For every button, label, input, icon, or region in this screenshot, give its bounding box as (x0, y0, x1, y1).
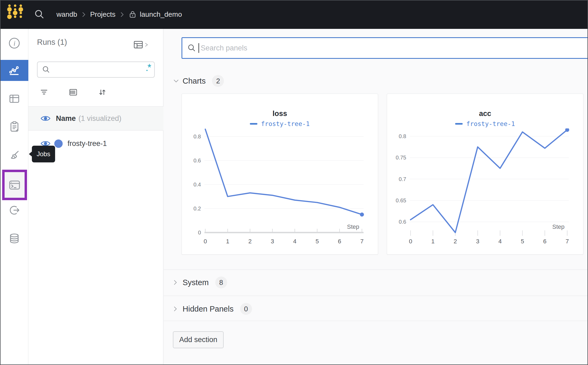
chart-panel-acc[interactable]: acc frosty-tree-1 0.60.650.70.750.801234… (387, 94, 583, 255)
svg-text:4: 4 (498, 238, 502, 245)
database-icon (8, 233, 21, 245)
runs-panel-title: Runs (1) (37, 38, 67, 47)
chart-legend: frosty-tree-1 (455, 120, 515, 127)
top-navigation-bar: wandb Projects launch_demo (0, 0, 588, 29)
acc-plot: 0.60.650.70.750.801234567Step (387, 128, 583, 254)
svg-text:Step: Step (552, 223, 565, 230)
runs-search-box: .* (37, 62, 155, 78)
sidebar-item-runs-table[interactable] (0, 88, 28, 109)
chart-title: loss (273, 109, 287, 118)
svg-text:0: 0 (198, 230, 201, 236)
chevron-down-icon[interactable] (173, 79, 180, 83)
svg-text:6: 6 (338, 238, 341, 245)
add-section-button[interactable]: Add section (173, 331, 224, 348)
svg-text:0.2: 0.2 (193, 206, 201, 212)
chart-panel-loss[interactable]: loss frosty-tree-1 00.20.40.60.801234567… (182, 94, 378, 255)
run-name[interactable]: frosty-tree-1 (68, 139, 107, 148)
panel-search-box (182, 37, 588, 59)
svg-text:4: 4 (293, 238, 296, 245)
section-label: Hidden Panels (183, 305, 234, 313)
chevron-right-icon (120, 12, 124, 18)
lock-icon (129, 11, 137, 19)
runs-toolbar (39, 88, 142, 97)
run-color-dot[interactable] (54, 139, 63, 148)
info-icon: i (8, 37, 21, 49)
list-columns-icon[interactable] (68, 88, 78, 97)
svg-text:0.4: 0.4 (193, 182, 201, 187)
sidebar-item-artifacts[interactable] (0, 228, 28, 249)
sidebar-item-workspace[interactable] (0, 60, 28, 81)
runs-search-input[interactable] (54, 62, 146, 77)
svg-text:0.65: 0.65 (396, 197, 406, 203)
legend-dash-icon (250, 123, 257, 125)
terminal-jobs-icon (8, 179, 21, 192)
svg-text:3: 3 (271, 238, 274, 245)
svg-text:6: 6 (543, 238, 546, 245)
section-header-charts[interactable]: Charts 2 (173, 74, 224, 88)
sidebar-item-overview[interactable]: i (0, 33, 28, 54)
regex-toggle-icon[interactable]: .* (146, 65, 150, 74)
table-panels-icon (8, 93, 21, 105)
sidebar-item-jobs[interactable] (2, 170, 27, 200)
line-chart-icon (8, 64, 21, 77)
breadcrumb-projects[interactable]: Projects (90, 10, 116, 19)
breadcrumb-project-name[interactable]: launch_demo (140, 10, 182, 19)
runs-table-header-row[interactable]: Name (1 visualized) (28, 107, 163, 131)
breadcrumb: wandb Projects launch_demo (56, 0, 182, 29)
chart-legend: frosty-tree-1 (250, 120, 310, 127)
svg-text:3: 3 (476, 238, 479, 245)
wandb-logo[interactable] (5, 4, 25, 25)
svg-text:2: 2 (248, 238, 252, 245)
svg-text:1: 1 (431, 238, 435, 245)
svg-text:0.8: 0.8 (193, 134, 201, 139)
svg-text:5: 5 (315, 238, 319, 245)
sidebar-item-reports[interactable] (0, 116, 28, 137)
svg-text:7: 7 (566, 238, 569, 245)
runs-column-name: Name (56, 114, 76, 123)
chevron-right-icon (82, 12, 85, 18)
svg-text:Step: Step (347, 223, 359, 230)
divider (164, 270, 588, 270)
chevron-right-icon (145, 42, 148, 48)
runs-visualized-note: (1 visualized) (79, 114, 122, 123)
filter-icon[interactable] (39, 88, 49, 97)
expand-runs-table-button[interactable] (133, 40, 148, 50)
svg-text:5: 5 (521, 238, 524, 245)
runs-panel: Runs (1) .* (28, 29, 163, 365)
eye-visibility-icon[interactable] (41, 115, 51, 122)
project-sidebar: i (0, 29, 28, 365)
svg-text:0: 0 (204, 238, 207, 245)
search-icon (42, 65, 51, 74)
section-header-hidden-panels[interactable]: Hidden Panels 0 (173, 302, 252, 316)
section-count-badge: 2 (212, 75, 224, 87)
redo-arrow-icon (8, 204, 21, 217)
svg-text:0.6: 0.6 (399, 219, 406, 225)
breadcrumb-team[interactable]: wandb (56, 10, 77, 19)
svg-text:0.8: 0.8 (399, 133, 406, 139)
sidebar-item-sweeps[interactable] (0, 145, 28, 166)
workspace-main: Charts 2 loss frosty-tree-1 00.20.40.60.… (164, 29, 588, 365)
section-label: Charts (183, 77, 206, 86)
section-header-system[interactable]: System 8 (173, 276, 227, 289)
section-count-badge: 0 (240, 303, 252, 315)
svg-text:0: 0 (409, 238, 412, 245)
svg-text:0.7: 0.7 (399, 176, 406, 182)
sort-icon[interactable] (98, 88, 107, 97)
legend-dash-icon (455, 123, 463, 125)
divider (164, 296, 588, 296)
legend-run-name: frosty-tree-1 (466, 120, 515, 127)
svg-text:1: 1 (226, 238, 229, 245)
legend-run-name: frosty-tree-1 (261, 120, 310, 127)
search-icon (187, 43, 196, 53)
sidebar-item-automations[interactable] (0, 200, 28, 221)
section-count-badge: 8 (215, 277, 227, 288)
svg-text:2: 2 (454, 238, 457, 245)
chevron-right-icon[interactable] (173, 306, 180, 312)
jobs-tooltip: Jobs (32, 146, 55, 162)
broom-icon (8, 149, 21, 162)
chevron-right-icon[interactable] (173, 279, 180, 286)
global-search-icon[interactable] (34, 9, 45, 20)
section-label: System (183, 278, 209, 287)
panel-search-input[interactable] (200, 38, 588, 58)
svg-text:0.6: 0.6 (193, 158, 201, 163)
